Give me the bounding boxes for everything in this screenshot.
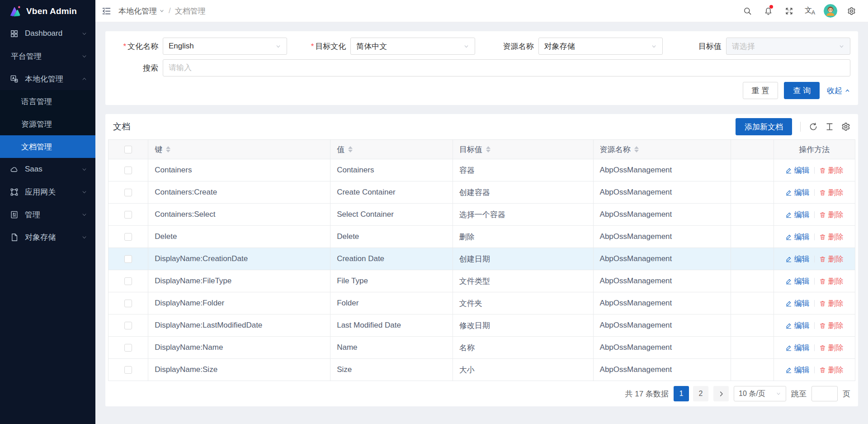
sidebar-item-localization[interactable]: 本地化管理 xyxy=(0,67,95,90)
app-logo[interactable]: Vben Admin xyxy=(0,0,95,22)
breadcrumb-separator: / xyxy=(169,6,171,15)
page-button-2[interactable]: 2 xyxy=(693,386,708,401)
pagination-total: 共 17 条数据 xyxy=(625,389,669,399)
select-all-checkbox[interactable] xyxy=(124,146,132,153)
sidebar-item-admin[interactable]: 管理 xyxy=(0,203,95,226)
sidebar-item-saas[interactable]: Saas xyxy=(0,158,95,181)
table-body: ContainersContainers容器AbpOssManagement编辑… xyxy=(108,159,855,381)
resource-name-select[interactable]: 对象存储 xyxy=(538,38,663,55)
column-header-target: 目标值 xyxy=(459,144,482,155)
jump-page-input[interactable] xyxy=(811,386,838,401)
search-input[interactable] xyxy=(163,59,850,76)
column-settings-gear-icon[interactable] xyxy=(841,122,850,131)
delete-button[interactable]: 删除 xyxy=(819,165,844,176)
cell-actions: 编辑删除 xyxy=(774,204,855,226)
pencil-icon xyxy=(785,211,792,218)
page-button-1[interactable]: 1 xyxy=(674,386,689,401)
sidebar-subitem-resource[interactable]: 资源管理 xyxy=(0,113,95,135)
delete-button[interactable]: 删除 xyxy=(819,276,844,286)
row-checkbox[interactable] xyxy=(124,322,132,329)
table-row: DisplayName:FolderFolder文件夹AbpOssManagem… xyxy=(108,292,855,314)
sidebar-item-label: 平台管理 xyxy=(11,51,81,62)
reset-button[interactable]: 重 置 xyxy=(743,82,778,99)
target-culture-select[interactable]: 简体中文 xyxy=(350,38,475,55)
sidebar-item-oss[interactable]: 对象存储 xyxy=(0,226,95,248)
sort-carets-icon[interactable] xyxy=(348,146,353,152)
row-checkbox[interactable] xyxy=(124,211,132,219)
row-checkbox[interactable] xyxy=(124,255,132,263)
query-button[interactable]: 查 询 xyxy=(784,82,820,99)
edit-button[interactable]: 编辑 xyxy=(785,343,810,353)
fullscreen-icon[interactable] xyxy=(780,2,797,19)
search-icon[interactable] xyxy=(739,2,756,19)
cell-spacer xyxy=(731,226,774,248)
action-divider xyxy=(814,322,815,329)
row-checkbox[interactable] xyxy=(124,167,132,174)
sidebar-item-gateway[interactable]: 应用网关 xyxy=(0,181,95,203)
sidebar-menu: Dashboard平台管理本地化管理语言管理资源管理文档管理Saas应用网关管理… xyxy=(0,22,95,424)
breadcrumb-parent[interactable]: 本地化管理 xyxy=(118,6,165,16)
edit-button[interactable]: 编辑 xyxy=(785,276,810,286)
edit-button[interactable]: 编辑 xyxy=(785,254,810,264)
refresh-icon[interactable] xyxy=(809,122,818,131)
row-checkbox[interactable] xyxy=(124,300,132,307)
row-checkbox[interactable] xyxy=(124,233,132,241)
table-row: ContainersContainers容器AbpOssManagement编辑… xyxy=(108,159,855,181)
logo-icon xyxy=(8,5,22,18)
settings-gear-icon[interactable] xyxy=(843,2,860,19)
delete-button[interactable]: 删除 xyxy=(819,232,844,242)
delete-button[interactable]: 删除 xyxy=(819,210,844,220)
culture-name-select[interactable]: English xyxy=(163,38,287,55)
target-value-select[interactable]: 请选择 xyxy=(726,38,850,55)
cell-target: 大小 xyxy=(453,359,593,381)
sidebar-subitem-language[interactable]: 语言管理 xyxy=(0,90,95,113)
settings-box-icon xyxy=(9,210,19,219)
chevron-down-icon xyxy=(81,53,87,59)
edit-button[interactable]: 编辑 xyxy=(785,165,810,176)
delete-button[interactable]: 删除 xyxy=(819,187,844,198)
edit-button[interactable]: 编辑 xyxy=(785,365,810,375)
cell-value: Select Container xyxy=(330,204,453,226)
edit-button[interactable]: 编辑 xyxy=(785,210,810,220)
delete-button[interactable]: 删除 xyxy=(819,298,844,309)
translate-icon xyxy=(9,74,19,84)
sidebar-item-platform[interactable]: 平台管理 xyxy=(0,45,95,67)
edit-button[interactable]: 编辑 xyxy=(785,232,810,242)
user-avatar[interactable] xyxy=(824,4,837,18)
sort-carets-icon[interactable] xyxy=(486,146,491,152)
sort-carets-icon[interactable] xyxy=(634,146,639,152)
row-checkbox[interactable] xyxy=(124,277,132,285)
notification-bell-icon[interactable] xyxy=(760,2,777,19)
action-divider xyxy=(814,189,815,196)
row-height-icon[interactable] xyxy=(825,122,834,131)
gateway-icon xyxy=(9,187,19,197)
required-asterisk: * xyxy=(123,42,126,51)
sidebar-fold-icon[interactable] xyxy=(102,6,111,16)
sort-carets-icon[interactable] xyxy=(166,146,170,152)
collapse-filter-link[interactable]: 收起 xyxy=(827,86,850,96)
sidebar-item-dashboard[interactable]: Dashboard xyxy=(0,22,95,45)
cell-key: Delete xyxy=(148,226,330,248)
document-table: 键 值 目标值 资源名称 操作方法 ContainersContainers容器… xyxy=(108,139,855,381)
language-switch-icon[interactable]: 文A xyxy=(801,2,818,19)
action-divider xyxy=(814,300,815,307)
chevron-down-icon xyxy=(651,43,657,49)
sidebar-subitem-document[interactable]: 文档管理 xyxy=(0,135,95,158)
edit-button[interactable]: 编辑 xyxy=(785,298,810,309)
delete-button[interactable]: 删除 xyxy=(819,320,844,331)
delete-button[interactable]: 删除 xyxy=(819,365,844,375)
delete-button[interactable]: 删除 xyxy=(819,343,844,353)
action-divider xyxy=(814,167,815,174)
sidebar-item-label: 应用网关 xyxy=(25,187,81,197)
row-checkbox[interactable] xyxy=(124,344,132,352)
cell-target: 创建日期 xyxy=(453,248,593,270)
row-checkbox[interactable] xyxy=(124,189,132,196)
page-size-select[interactable]: 10 条/页 xyxy=(734,386,786,401)
delete-button[interactable]: 删除 xyxy=(819,254,844,264)
add-document-button[interactable]: 添加新文档 xyxy=(736,118,792,135)
row-checkbox[interactable] xyxy=(124,366,132,374)
next-page-button[interactable] xyxy=(713,386,729,401)
edit-button[interactable]: 编辑 xyxy=(785,187,810,198)
cell-target: 删除 xyxy=(453,226,593,248)
edit-button[interactable]: 编辑 xyxy=(785,320,810,331)
